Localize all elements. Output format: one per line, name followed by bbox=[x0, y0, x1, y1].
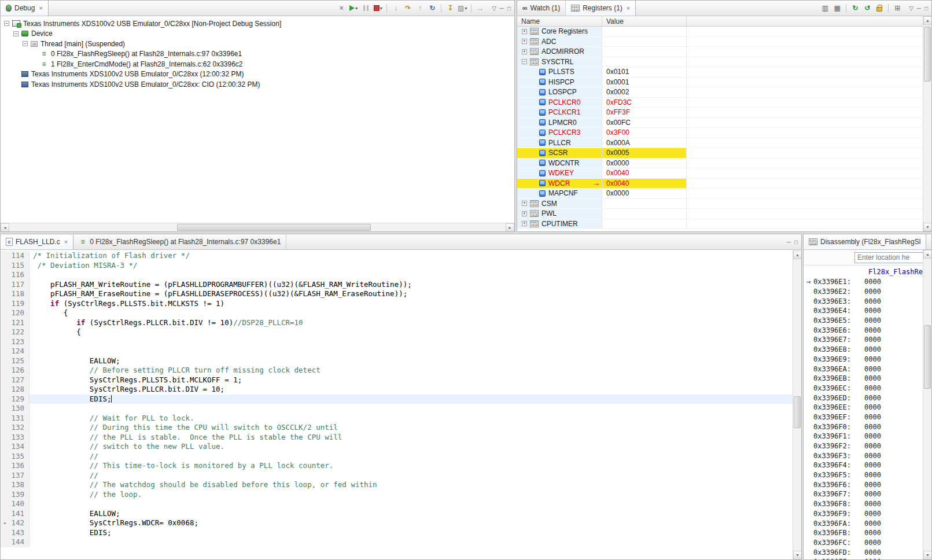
maximize-icon[interactable]: □ bbox=[794, 239, 798, 245]
minimize-icon[interactable]: ─ bbox=[787, 239, 791, 245]
register-value-cell[interactable] bbox=[602, 199, 687, 209]
code-line-text[interactable]: EALLOW; bbox=[30, 509, 801, 519]
register-row[interactable]: PLLSTS0x0101 bbox=[517, 67, 931, 78]
horizontal-sash[interactable] bbox=[0, 232, 932, 234]
register-row[interactable]: +ADC bbox=[517, 37, 931, 47]
disassembly-listing[interactable]: →0x3396E1:00000x3396E2:00000x3396E3:0000… bbox=[804, 277, 931, 559]
annotation-ruler[interactable] bbox=[1, 280, 10, 290]
scrollbar-thumb[interactable] bbox=[924, 325, 931, 389]
close-icon[interactable]: × bbox=[39, 5, 42, 12]
debug-horizontal-scrollbar[interactable]: ◄ ► bbox=[1, 223, 514, 231]
code-line[interactable]: 138 // The watchdog should be disabled b… bbox=[1, 480, 801, 490]
code-line-text[interactable]: { bbox=[30, 327, 801, 337]
register-name-cell[interactable]: +Core Registers bbox=[517, 27, 602, 37]
expand-icon[interactable]: + bbox=[522, 221, 527, 226]
code-line[interactable]: 141 EALLOW; bbox=[1, 509, 801, 519]
resume-button[interactable]: ▾ bbox=[348, 2, 359, 14]
restore-values-icon[interactable]: ↺ bbox=[861, 2, 873, 14]
disasm-row[interactable]: 0x3396E9:0000 bbox=[804, 355, 931, 364]
annotation-ruler[interactable] bbox=[1, 299, 10, 309]
annotation-ruler[interactable] bbox=[1, 356, 10, 366]
step-over-button[interactable]: ↷ bbox=[402, 2, 414, 14]
disasm-row[interactable]: 0x3396EA:0000 bbox=[804, 364, 931, 374]
disasm-row[interactable]: 0x3396E5:0000 bbox=[804, 316, 931, 326]
register-name-cell[interactable]: LOSPCP bbox=[517, 87, 602, 98]
expand-icon[interactable]: + bbox=[522, 201, 527, 206]
disasm-row[interactable]: 0x3396FE:0000 bbox=[804, 557, 931, 559]
scrollbar-thumb[interactable] bbox=[177, 224, 371, 231]
refresh-icon[interactable]: ↻ bbox=[849, 2, 861, 14]
column-name[interactable]: Name bbox=[517, 16, 602, 26]
register-row[interactable]: LOSPCP0x0002 bbox=[517, 87, 931, 98]
code-line[interactable]: 115 /* Deviation MISRA-3 */ bbox=[1, 261, 801, 271]
instruction-stepping-icon[interactable]: ▨▾ bbox=[456, 2, 468, 14]
register-name-cell[interactable]: +CPUTIMER bbox=[517, 219, 602, 230]
annotation-ruler[interactable] bbox=[1, 375, 10, 385]
collapse-icon[interactable]: − bbox=[23, 41, 28, 46]
register-name-cell[interactable]: +CSM bbox=[517, 199, 602, 209]
code-line-text[interactable]: SysCtrlRegs.WDCR= 0x0068; bbox=[30, 518, 801, 528]
annotation-ruler[interactable] bbox=[1, 261, 10, 271]
code-line-text[interactable]: /* Initialization of Flash driver */ bbox=[30, 251, 801, 261]
view-menu-icon[interactable]: ▽ bbox=[492, 5, 496, 12]
register-name-cell[interactable]: +ADCMIRROR bbox=[517, 47, 602, 57]
close-icon[interactable]: × bbox=[627, 5, 630, 12]
scroll-up-icon[interactable]: ▲ bbox=[923, 250, 932, 259]
annotation-ruler[interactable] bbox=[1, 433, 10, 443]
register-name-cell[interactable]: MAPCNF bbox=[517, 189, 602, 199]
disasm-row[interactable]: 0x3396F8:0000 bbox=[804, 499, 931, 509]
expand-icon[interactable]: + bbox=[522, 29, 527, 34]
collapse-icon[interactable]: − bbox=[13, 31, 19, 36]
disasm-row[interactable]: 0x3396E7:0000 bbox=[804, 335, 931, 345]
register-name-cell[interactable]: +PWL bbox=[517, 209, 602, 219]
code-line[interactable]: 123 bbox=[1, 337, 801, 347]
register-row[interactable]: SCSR0x0005 bbox=[517, 148, 931, 159]
maximize-icon[interactable]: □ bbox=[924, 5, 928, 12]
code-line-text[interactable]: // During this time the CPU will switch … bbox=[30, 423, 801, 433]
code-line-text[interactable]: // The watchdog should be disabled befor… bbox=[30, 480, 801, 490]
register-name-cell[interactable]: PCLKCR0 bbox=[517, 98, 602, 108]
disasm-row[interactable]: 0x3396F7:0000 bbox=[804, 489, 931, 499]
disasm-row[interactable]: 0x3396F1:0000 bbox=[804, 432, 931, 441]
tab-registers[interactable]: Registers (1) × bbox=[566, 1, 636, 16]
annotation-ruler[interactable] bbox=[1, 289, 10, 299]
scroll-left-icon[interactable]: ◄ bbox=[1, 223, 9, 232]
register-value-cell[interactable]: 0x0001 bbox=[602, 78, 687, 88]
register-row[interactable]: PCLKCR00xFD3C bbox=[517, 98, 931, 108]
annotation-ruler[interactable] bbox=[1, 270, 10, 280]
code-line-text[interactable]: // the loop. bbox=[30, 490, 801, 500]
code-line-text[interactable]: // the PLL is stable. Once the PLL is st… bbox=[30, 433, 801, 443]
register-row[interactable]: WDCNTR0x0000 bbox=[517, 159, 931, 169]
code-line[interactable]: 136 // This time-to-lock is monitored by… bbox=[1, 461, 801, 471]
code-line-text[interactable]: if (SysCtrlRegs.PLLCR.bit.DIV != 10)//DS… bbox=[30, 318, 801, 328]
annotation-ruler[interactable] bbox=[1, 347, 10, 356]
code-line[interactable]: 118 pFLASH_RAM_EraseRoutine = (pFLASHLLD… bbox=[1, 289, 801, 299]
register-name-cell[interactable]: WDCR→ bbox=[517, 179, 602, 189]
scroll-up-icon[interactable]: ▲ bbox=[923, 16, 932, 25]
disasm-row[interactable]: 0x3396EC:0000 bbox=[804, 384, 931, 393]
code-line-text[interactable]: { bbox=[30, 308, 801, 318]
annotation-ruler[interactable] bbox=[1, 509, 10, 519]
tab-disassembly[interactable]: Disassembly (Fl28x_FlashRegSl bbox=[804, 234, 926, 249]
collapse-icon[interactable]: − bbox=[522, 59, 527, 64]
disasm-row[interactable]: →0x3396E1:0000 bbox=[804, 277, 931, 287]
code-line[interactable]: 127 SysCtrlRegs.PLLSTS.bit.MCLKOFF = 1; bbox=[1, 375, 801, 385]
register-value-cell[interactable]: 0x0000 bbox=[602, 189, 687, 199]
tab-flash-lld[interactable]: FLASH_LLD.c × bbox=[1, 234, 73, 249]
register-name-cell[interactable]: WDKEY bbox=[517, 168, 602, 179]
editor-vertical-scrollbar[interactable]: ▲ ▼ bbox=[793, 250, 801, 559]
register-value-cell[interactable] bbox=[602, 37, 687, 47]
code-line[interactable]: 122 { bbox=[1, 327, 801, 337]
remove-all-terminated-icon[interactable]: × bbox=[336, 2, 347, 14]
code-line[interactable]: 117 pFLASH_RAM_WriteRoutine = (pFLASHLLD… bbox=[1, 280, 801, 290]
code-line-text[interactable]: /* Deviation MISRA-3 */ bbox=[30, 261, 801, 271]
register-name-cell[interactable]: PLLSTS bbox=[517, 67, 602, 78]
register-value-cell[interactable] bbox=[602, 219, 687, 230]
step-into-button[interactable]: ↓ bbox=[390, 2, 401, 14]
register-row[interactable]: PCLKCR30x3F00 bbox=[517, 128, 931, 138]
terminate-button[interactable]: ▾ bbox=[372, 2, 384, 14]
annotation-ruler[interactable] bbox=[1, 480, 10, 490]
disasm-row[interactable]: 0x3396FB:0000 bbox=[804, 528, 931, 538]
annotation-ruler[interactable] bbox=[1, 452, 10, 462]
vertical-sash-top[interactable] bbox=[515, 0, 517, 232]
